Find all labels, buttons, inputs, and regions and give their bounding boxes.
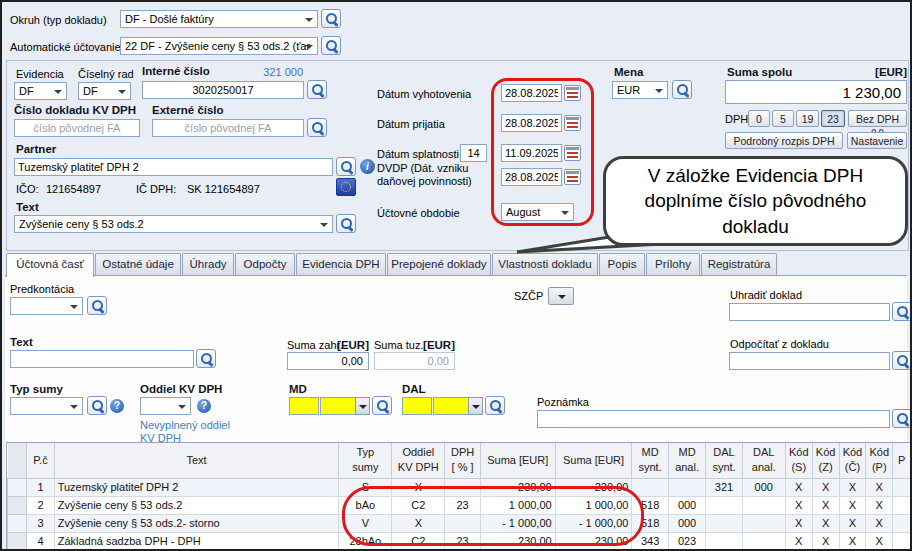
odpocitat-input[interactable] <box>729 352 890 370</box>
item-text-input[interactable] <box>10 350 194 368</box>
md-synt-input[interactable] <box>289 397 319 415</box>
cell[interactable]: X <box>812 496 839 514</box>
auto-uctovanie-lookup-button[interactable] <box>321 36 341 55</box>
odpocitat-lookup-button[interactable] <box>892 351 912 370</box>
cell[interactable]: X <box>839 478 866 496</box>
cell[interactable]: 23 <box>445 532 481 550</box>
cell[interactable] <box>706 514 742 532</box>
column-header[interactable]: DPH[ % ] <box>445 443 481 478</box>
mena-lookup-button[interactable] <box>672 80 692 99</box>
externe-cislo-lookup-button[interactable] <box>307 118 327 137</box>
dvdp-calendar-button[interactable] <box>564 169 581 185</box>
cell[interactable]: X <box>812 514 839 532</box>
interne-cislo-input[interactable] <box>142 81 304 99</box>
datum-prijatia-input[interactable] <box>501 114 562 132</box>
cell[interactable]: Tuzemský platiteľ DPH 2 <box>54 478 339 496</box>
typ-sumy-lookup-button[interactable] <box>87 396 107 415</box>
dal-synt-input[interactable] <box>402 397 432 415</box>
cell[interactable]: 230,00 <box>480 478 555 496</box>
cell[interactable] <box>742 496 785 514</box>
datum-vyhotovenia-calendar-button[interactable] <box>564 85 581 101</box>
cell[interactable]: 4 <box>27 532 54 550</box>
cell[interactable]: 230,00 <box>555 478 632 496</box>
cell[interactable] <box>668 478 705 496</box>
tab-1[interactable]: Ostatné údaje <box>95 253 181 275</box>
cell[interactable]: 1 000,00 <box>480 496 555 514</box>
cell[interactable]: X <box>785 478 812 496</box>
cell[interactable]: X <box>839 514 866 532</box>
cell[interactable]: X <box>866 496 893 514</box>
dvdp-input[interactable] <box>501 168 562 186</box>
column-header[interactable]: Kód(S) <box>785 443 812 478</box>
cell[interactable]: 28bAo <box>339 532 392 550</box>
cell[interactable]: 000 <box>742 478 785 496</box>
cell[interactable] <box>445 478 481 496</box>
ciselny-rad-combobox[interactable]: DF <box>78 82 131 100</box>
column-header[interactable]: OddielKV DPH <box>392 443 445 478</box>
cell[interactable]: 1 <box>27 478 54 496</box>
dal-dropdown-button[interactable] <box>468 397 483 415</box>
splatnost-days-input[interactable] <box>460 144 487 162</box>
mena-combobox[interactable]: EUR <box>612 81 668 99</box>
datum-splatnosti-input[interactable] <box>501 144 562 162</box>
suma-zahr-input[interactable] <box>287 352 369 370</box>
okruh-combobox[interactable]: DF - Došlé faktúry <box>120 10 318 28</box>
cell[interactable]: 023 <box>668 532 705 550</box>
cell[interactable]: - 1 000,00 <box>555 514 632 532</box>
cell[interactable]: 000 <box>668 514 705 532</box>
cell[interactable] <box>632 478 668 496</box>
predkontacia-lookup-button[interactable] <box>87 296 107 315</box>
datum-splatnosti-calendar-button[interactable] <box>564 145 581 161</box>
tab-2[interactable]: Úhrady <box>182 253 234 275</box>
column-header[interactable]: Kód(P) <box>866 443 893 478</box>
externe-cislo-input[interactable] <box>152 119 304 137</box>
interne-cislo-lookup-button[interactable] <box>307 80 327 99</box>
dal-anal-input[interactable] <box>433 397 469 415</box>
cell[interactable]: 230,00 <box>480 532 555 550</box>
column-header[interactable]: P <box>893 443 911 478</box>
cell[interactable]: X <box>785 514 812 532</box>
cell[interactable]: Zvýšenie ceny § 53 ods.2 <box>54 496 339 514</box>
cell[interactable]: 518 <box>632 496 668 514</box>
cell[interactable]: X <box>392 514 445 532</box>
cell[interactable] <box>706 496 742 514</box>
poznamka-lookup-button[interactable] <box>892 409 912 428</box>
cell[interactable] <box>893 496 911 514</box>
column-header[interactable]: Kód(Z) <box>812 443 839 478</box>
item-text-lookup-button[interactable] <box>196 349 216 368</box>
column-header[interactable]: Typsumy <box>339 443 392 478</box>
poznamka-input[interactable] <box>537 410 890 428</box>
column-header[interactable]: Suma [EUR] <box>555 443 632 478</box>
podrobny-rozpis-button[interactable]: Podrobný rozpis DPH <box>725 132 843 149</box>
cell[interactable]: X <box>839 496 866 514</box>
partner-input[interactable] <box>14 158 333 176</box>
dph-rate-0-button[interactable]: 0 <box>748 110 770 127</box>
suma-tuz-input[interactable] <box>374 352 455 370</box>
column-header[interactable]: P.č <box>27 443 54 478</box>
cell[interactable]: S <box>339 478 392 496</box>
cell[interactable]: X <box>392 478 445 496</box>
cell[interactable]: X <box>812 478 839 496</box>
dph-rate-23-button[interactable]: 23 <box>821 110 845 127</box>
cell[interactable] <box>445 514 481 532</box>
nastavenie-button[interactable]: Nastavenie <box>847 132 907 149</box>
cell[interactable] <box>706 532 742 550</box>
tab-3[interactable]: Odpočty <box>235 253 295 275</box>
cell[interactable]: X <box>866 514 893 532</box>
cell[interactable]: 230,00 <box>555 532 632 550</box>
datum-vyhotovenia-input[interactable] <box>501 84 562 102</box>
cell[interactable]: X <box>866 532 893 550</box>
tab-6[interactable]: Vlastnosti dokladu <box>492 253 598 275</box>
datum-prijatia-calendar-button[interactable] <box>564 115 581 131</box>
cell[interactable]: 518 <box>632 514 668 532</box>
column-header[interactable]: Text <box>54 443 339 478</box>
uhradit-doklad-lookup-button[interactable] <box>892 302 912 321</box>
tab-0[interactable]: Účtovná časť <box>6 253 94 277</box>
column-header[interactable]: Kód(Č) <box>839 443 866 478</box>
eu-vies-button[interactable] <box>336 178 356 196</box>
partner-info-icon[interactable]: i <box>360 159 375 174</box>
cell[interactable]: 321 <box>706 478 742 496</box>
cell[interactable]: - 1 000,00 <box>480 514 555 532</box>
tab-7[interactable]: Popis <box>599 253 645 275</box>
cell[interactable] <box>742 514 785 532</box>
